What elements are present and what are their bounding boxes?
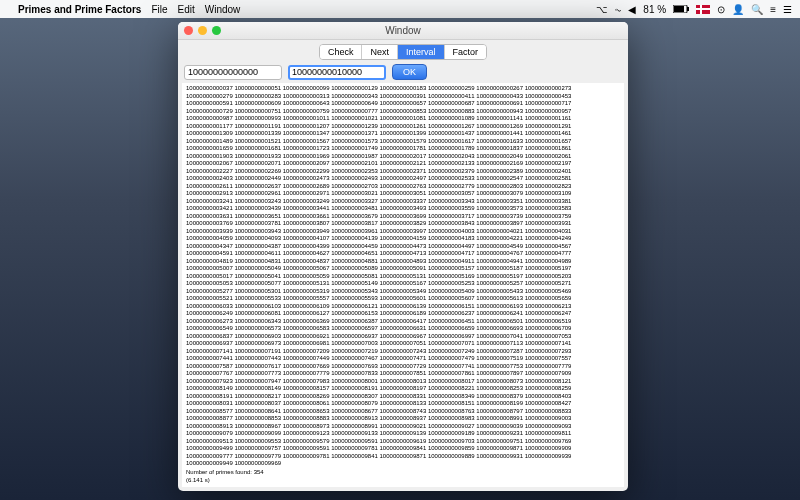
summary-line: Number of primes found: 354 [186, 469, 620, 477]
menu-file[interactable]: File [151, 4, 167, 15]
battery-pct: 81 % [643, 4, 666, 15]
mode-toolbar: Check Next Interval Factor [178, 40, 628, 64]
elapsed-line: (6.141 s) [186, 477, 620, 485]
primes-list: 10000000000037 10000000000051 1000000000… [186, 85, 620, 468]
interval-inputs: OK [178, 64, 628, 83]
window-controls [184, 26, 221, 35]
from-input[interactable] [184, 65, 282, 80]
menubar-status: ⌥ ⏦ ◀ 81 % ⊙ 👤 🔍 ≡ ☰ [596, 4, 792, 15]
menubar: Primes and Prime Factors File Edit Windo… [0, 0, 800, 18]
ok-button[interactable]: OK [392, 64, 427, 80]
zoom-button[interactable] [212, 26, 221, 35]
menu-edit[interactable]: Edit [178, 4, 195, 15]
volume-icon[interactable]: ◀ [628, 4, 636, 15]
svg-rect-1 [674, 6, 684, 12]
minimize-button[interactable] [198, 26, 207, 35]
tab-interval[interactable]: Interval [398, 45, 445, 59]
notification-center-icon[interactable]: ☰ [783, 4, 792, 15]
menu-window[interactable]: Window [205, 4, 241, 15]
close-button[interactable] [184, 26, 193, 35]
spotlight-icon[interactable]: 🔍 [751, 4, 763, 15]
mode-segmented-control: Check Next Interval Factor [319, 44, 487, 60]
bluetooth-icon[interactable]: ⌥ [596, 4, 608, 15]
svg-rect-2 [687, 7, 689, 11]
window-title: Window [385, 25, 421, 36]
clock-icon[interactable]: ⊙ [717, 4, 725, 15]
tab-next[interactable]: Next [362, 45, 398, 59]
results-pane: 10000000000037 10000000000051 1000000000… [182, 83, 624, 487]
to-input[interactable] [288, 65, 386, 80]
app-title[interactable]: Primes and Prime Factors [18, 4, 141, 15]
wifi-icon[interactable]: ⏦ [615, 4, 621, 15]
control-center-icon[interactable]: ≡ [770, 4, 776, 15]
user-icon[interactable]: 👤 [732, 4, 744, 15]
titlebar: Window [178, 22, 628, 40]
app-window: Window Check Next Interval Factor OK 100… [178, 22, 628, 491]
tab-factor[interactable]: Factor [445, 45, 487, 59]
tab-check[interactable]: Check [320, 45, 363, 59]
battery-icon[interactable] [673, 5, 689, 13]
input-source-flag-icon[interactable] [696, 5, 710, 14]
